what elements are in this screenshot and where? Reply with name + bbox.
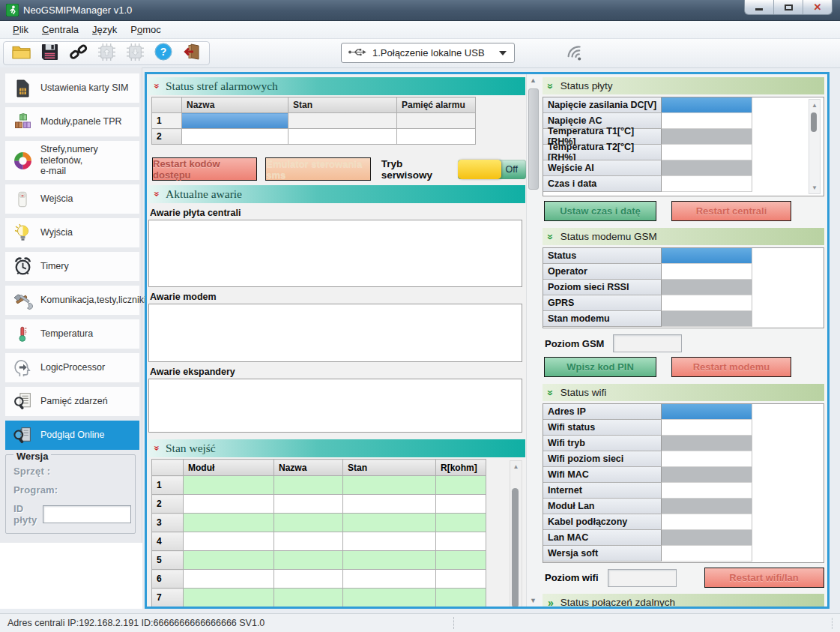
status-value-cell <box>662 248 752 264</box>
menu-item-pomoc[interactable]: Pomoc <box>124 22 167 37</box>
sms-emulator-button[interactable]: Emulator sterowania sms <box>265 157 370 181</box>
status-value-cell <box>662 420 752 436</box>
section-header-board-status[interactable]: » Status płyty <box>543 77 824 94</box>
section-header-gsm-status[interactable]: » Status modemu GSM <box>543 228 824 245</box>
table-row[interactable]: 1 <box>152 476 486 495</box>
scroll-thumb[interactable] <box>811 112 817 132</box>
version-legend: Wersja <box>13 451 51 462</box>
toggle-knob <box>458 160 501 179</box>
status-row: Wifi status <box>543 420 824 436</box>
sidebar-item-moduły[interactable]: Moduły,panele TPR <box>5 107 139 136</box>
sidebar-item-timery[interactable]: Timery <box>5 252 139 281</box>
sidebar-item-label: Timery <box>40 261 69 271</box>
minimize-button[interactable] <box>745 0 773 14</box>
section-header-wifi-status[interactable]: » Status wifi <box>543 384 824 401</box>
restart-modem-button[interactable]: Restart modemu <box>671 357 791 377</box>
board-status-table: Napięcie zasilania DC[V]Napięcie ACTempe… <box>543 97 824 196</box>
status-label-cell: Wejście AI <box>543 160 662 176</box>
scroll-up-arrow[interactable]: ▲ <box>809 100 820 111</box>
sidebar-item-logicprocessor[interactable]: LogicProcessor <box>5 353 139 382</box>
status-value-cell <box>662 295 752 311</box>
menu-item-centrala[interactable]: Centrala <box>35 22 85 37</box>
wifi-level-input[interactable] <box>608 569 677 587</box>
table-row[interactable]: 3 <box>152 514 486 532</box>
firmware-upload-button <box>97 43 116 63</box>
close-button[interactable]: ✕ <box>803 0 832 14</box>
section-header-current-faults[interactable]: » Aktualne awarie <box>148 185 525 203</box>
help-button[interactable]: ? <box>154 43 173 63</box>
status-row: Wifi MAC <box>543 467 824 483</box>
collapse-chevron-icon: » <box>546 390 556 396</box>
table-row[interactable]: 2 <box>152 495 486 514</box>
scroll-thumb[interactable] <box>512 488 519 607</box>
table-row[interactable]: 5 <box>152 551 486 570</box>
status-row: Operator <box>543 264 824 280</box>
section-header-alarm-zones[interactable]: » Status stref alarmowych <box>148 77 525 95</box>
table-cell <box>184 570 274 589</box>
connect-button[interactable] <box>68 43 88 63</box>
sidebar-item-ustawienia[interactable]: Ustawienia karty SIM <box>5 73 139 103</box>
row-number-cell: 1 <box>152 476 184 495</box>
collapse-chevron-icon: » <box>151 192 162 197</box>
sidebar-item-label: Moduły,panele TPR <box>40 116 122 127</box>
table-row[interactable]: 1 <box>152 113 476 129</box>
column-header: Stan <box>343 460 436 476</box>
section-header-inputs-state[interactable]: » Stan wejść <box>148 439 525 457</box>
toggle-state-label: Off <box>506 164 518 175</box>
status-label-cell: Poziom sieci RSSI <box>543 280 662 295</box>
scroll-down-arrow[interactable]: ▼ <box>809 182 820 193</box>
title-bar: NeoGSMIPManager v1.0 ✕ <box>0 0 840 21</box>
table-row[interactable]: 7 <box>152 589 486 607</box>
gsm-level-input[interactable] <box>613 334 682 352</box>
service-mode-toggle[interactable]: Off <box>458 160 526 179</box>
maximize-button[interactable] <box>773 0 803 14</box>
restart-wifi-button[interactable]: Restart wifi/lan <box>704 568 824 588</box>
resize-grip[interactable] <box>832 618 837 629</box>
alarm-zones-table: NazwaStanPamięć alarmu12 <box>151 97 476 145</box>
table-corner-cell <box>152 97 182 113</box>
restart-panel-button[interactable]: Restart centrali <box>671 201 791 221</box>
sidebar-item-wejścia[interactable]: Wejścia <box>5 184 139 214</box>
status-row: Adres IP <box>543 404 824 420</box>
menu-item-plik[interactable]: Plik <box>6 22 35 37</box>
board-table-scrollbar[interactable]: ▲ ▼ <box>809 99 821 194</box>
expand-chevron-icon: » <box>548 598 554 607</box>
status-row: Napięcie zasilania DC[V] <box>543 97 824 113</box>
table-cell <box>274 495 343 514</box>
status-row: Poziom sieci RSSI <box>543 280 824 295</box>
enter-pin-button[interactable]: Wpisz kod PIN <box>544 357 656 377</box>
table-cell <box>436 551 486 570</box>
scroll-down-arrow[interactable]: ▼ <box>527 595 540 607</box>
sidebar-item-wyjścia[interactable]: Wyjścia <box>5 218 139 247</box>
sidebar-item-strefy[interactable]: Strefy,numery telefonów,e-mail <box>5 141 139 180</box>
thermometer-icon <box>12 324 33 345</box>
table-row[interactable]: 6 <box>152 570 486 589</box>
section-title: Status płyty <box>560 80 613 91</box>
board-id-input[interactable] <box>43 505 131 523</box>
restart-access-codes-button[interactable]: Restart kodów dostępu <box>152 157 257 181</box>
exit-button[interactable] <box>182 43 202 63</box>
inputs-table-scrollbar[interactable]: ▲ <box>510 460 522 607</box>
open-file-button[interactable] <box>11 43 31 63</box>
center-panel-scrollbar[interactable]: ▲ ▼ <box>526 74 540 607</box>
scroll-thumb[interactable] <box>528 88 539 190</box>
section-header-remote-status[interactable]: » Status połączeń zdalnych <box>543 594 824 607</box>
row-number-cell: 4 <box>152 532 184 551</box>
set-time-button[interactable]: Ustaw czas i datę <box>544 201 656 221</box>
menu-item-język[interactable]: Język <box>85 22 124 37</box>
collapse-chevron-icon: » <box>546 83 556 89</box>
table-row[interactable]: 2 <box>152 129 476 145</box>
sidebar-item-temperatura[interactable]: Temperatura <box>5 319 139 349</box>
sidebar-item-komunikacja[interactable]: Komunikacja,testy,liczniki <box>5 286 139 315</box>
connection-dropdown[interactable]: 1.Połączenie lokalne USB <box>341 43 515 63</box>
save-button[interactable] <box>40 43 59 63</box>
status-row: Moduł Lan <box>543 499 824 514</box>
sidebar-item-podgląd[interactable]: Podgląd Online <box>5 421 139 450</box>
scroll-up-arrow[interactable]: ▲ <box>510 461 522 472</box>
column-header: Nazwa <box>182 97 288 113</box>
scroll-up-arrow[interactable]: ▲ <box>527 74 540 86</box>
status-value-cell <box>662 436 752 451</box>
status-value-cell <box>662 280 752 295</box>
table-row[interactable]: 4 <box>152 532 486 551</box>
sidebar-item-pamięć[interactable]: Pamięć zdarzeń <box>5 387 139 416</box>
